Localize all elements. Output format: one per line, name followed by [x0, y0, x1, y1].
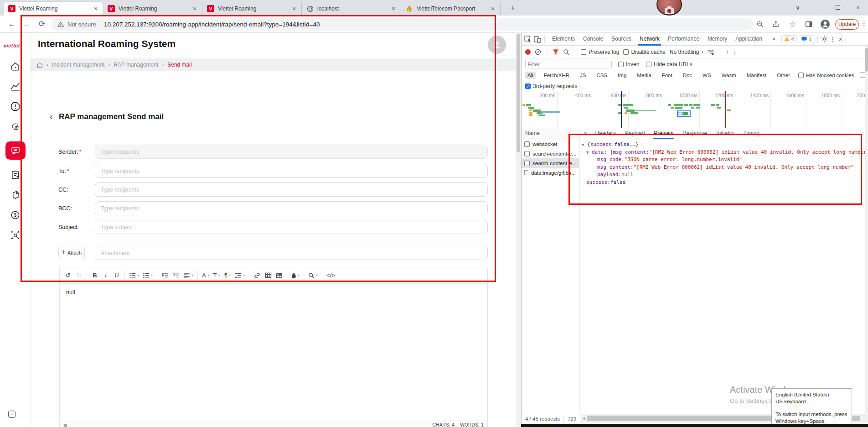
export-har-icon[interactable]: ↓ [733, 49, 735, 55]
request-row[interactable]: websocket [522, 139, 579, 149]
tab-close-icon[interactable]: × [390, 5, 397, 12]
devtools-settings-icon[interactable] [821, 36, 828, 42]
line-height-button[interactable]: ▾ [233, 270, 247, 281]
filter-funnel-icon[interactable] [553, 49, 559, 55]
detail-tab-timing[interactable]: Timing [739, 128, 764, 139]
sidebar-item-operations-icon[interactable] [10, 120, 21, 132]
disable-cache-checkbox[interactable]: Disable cache [623, 49, 665, 55]
request-row[interactable]: search-content-e... [522, 149, 579, 158]
network-waterfall-overview[interactable]: 200 ms400 ms600 ms800 ms1000 ms1200 ms14… [522, 91, 868, 128]
attach-button[interactable]: ↥ Attach [58, 246, 85, 259]
bcc-input[interactable] [95, 201, 488, 215]
sidebar-item-home-icon[interactable] [10, 60, 21, 72]
url-text[interactable]: 10.207.252.137:9200/roaming-app/incident… [104, 21, 320, 28]
italic-button[interactable]: I [100, 270, 111, 281]
tab-close-icon[interactable]: × [290, 5, 298, 12]
filter-chip-ws[interactable]: WS [700, 72, 713, 79]
devtools-tab-performance[interactable]: Performance [664, 33, 703, 46]
json-line[interactable]: success: false [580, 179, 868, 187]
detail-tab-initiator[interactable]: Initiator [712, 128, 739, 139]
align-button[interactable]: ▾ [181, 270, 195, 281]
more-tabs-icon[interactable]: » [768, 33, 780, 46]
scrollbar-thumb[interactable] [517, 34, 520, 152]
browser-tab[interactable]: VViettel Roaming× [202, 2, 302, 16]
detail-tab-payload[interactable]: Payload [620, 128, 649, 139]
filter-chip-wasm[interactable]: Wasm [719, 72, 739, 79]
bold-button[interactable]: B [89, 270, 100, 281]
close-window-button[interactable]: × [848, 0, 868, 16]
devtools-tab-memory[interactable]: Memory [703, 33, 731, 46]
attachment-input[interactable] [95, 246, 488, 260]
detail-tab-headers[interactable]: Headers [591, 128, 620, 139]
sidebar-item-roaming-active[interactable] [5, 141, 26, 160]
user-avatar[interactable] [488, 36, 506, 54]
waterfall-selected-request[interactable] [677, 110, 691, 117]
devtools-tab-elements[interactable]: Elements [548, 33, 579, 46]
request-checkbox[interactable] [524, 151, 530, 156]
request-checkbox[interactable] [524, 161, 530, 166]
sidebar-item-incident-icon[interactable] [10, 100, 21, 112]
checkbox-checked[interactable]: ✓ [525, 83, 531, 89]
devtools-vertical-scrollbar[interactable] [865, 46, 868, 413]
invert-checkbox[interactable]: Invert [618, 61, 640, 68]
sidebar-item-network-icon[interactable] [10, 229, 21, 241]
hide-data-urls-checkbox[interactable]: Hide data URLs [646, 61, 692, 68]
checkbox[interactable] [581, 49, 586, 55]
paragraph-format-button[interactable]: ¶▾ [222, 270, 233, 281]
ordered-list-button[interactable]: ▾ [141, 270, 155, 281]
insert-image-button[interactable] [274, 270, 284, 281]
underline-button[interactable]: U [111, 270, 122, 281]
forward-button[interactable]: → [20, 18, 33, 31]
font-size-button[interactable]: T▾ [211, 270, 222, 281]
cc-input[interactable] [95, 182, 488, 197]
browser-menu-icon[interactable]: ⋮ [861, 19, 868, 27]
devtools-tab-application[interactable]: Application [731, 33, 766, 46]
request-table-header[interactable]: Name [522, 128, 579, 139]
unordered-list-button[interactable]: ▾ [127, 270, 141, 281]
sidebar-item-documents-icon[interactable] [10, 189, 21, 201]
code-view-button[interactable]: </> [325, 270, 337, 281]
address-bar[interactable]: Not secure 10.207.252.137:9200/roaming-a… [51, 18, 753, 31]
home-icon[interactable] [37, 62, 43, 68]
throttling-select[interactable]: No throttling▾ [670, 49, 703, 55]
highlight-color-button[interactable]: ▾ [289, 270, 301, 281]
json-line[interactable]: msg_code: "JSON parse error: long.number… [580, 156, 868, 164]
bookmark-star-icon[interactable]: ☆ [787, 19, 798, 30]
third-party-checkbox[interactable]: ✓3rd-party requests [525, 83, 577, 89]
network-conditions-icon[interactable] [707, 49, 714, 55]
scrollbar-thumb[interactable] [865, 48, 868, 72]
insert-table-button[interactable] [263, 270, 274, 281]
editor-content[interactable]: null [60, 284, 487, 422]
import-har-icon[interactable]: ↑ [726, 49, 728, 55]
checkbox[interactable] [646, 62, 651, 67]
close-detail-icon[interactable]: × [580, 130, 591, 137]
checkbox[interactable] [618, 62, 624, 67]
breadcrumb-item[interactable]: Incident management [52, 62, 104, 68]
filter-chip-img[interactable]: Img [615, 72, 629, 79]
expand-arrow-icon[interactable]: ▼ [582, 141, 587, 149]
devtools-menu-icon[interactable]: ⋮ [830, 36, 836, 43]
zoom-out-icon[interactable] [754, 19, 765, 30]
filter-chip-manifest[interactable]: Manifest [744, 72, 769, 79]
grid-icon[interactable]: ▦ [63, 423, 67, 427]
device-toolbar-icon[interactable] [534, 36, 541, 43]
share-icon[interactable] [770, 19, 781, 30]
network-filter-input[interactable] [525, 61, 612, 68]
new-tab-button[interactable]: + [507, 3, 519, 15]
browser-tab[interactable]: VViettel Roaming× [4, 2, 103, 16]
side-panel-icon[interactable] [803, 19, 814, 30]
devtools-tab-sources[interactable]: Sources [607, 33, 636, 46]
filter-chip-css[interactable]: CSS [594, 72, 610, 79]
minimize-button[interactable]: – [808, 0, 828, 16]
subject-input[interactable] [95, 220, 488, 234]
breadcrumb-item[interactable]: RAP management [114, 62, 158, 68]
back-chevron-icon[interactable]: ‹ [50, 111, 53, 122]
filter-chip-media[interactable]: Media [635, 72, 653, 79]
undo-button[interactable]: ↺ [62, 270, 73, 281]
update-button[interactable]: Update [835, 19, 859, 30]
chevron-down-icon[interactable]: ∨ [788, 0, 808, 16]
preview-json-tree[interactable]: ▼{success: false,…}▼data: {msg_content: … [580, 141, 868, 410]
browser-tab[interactable]: VViettel Roaming× [103, 2, 202, 16]
font-color-button[interactable]: A▾ [200, 270, 211, 281]
json-line[interactable]: payload: null [580, 171, 868, 179]
